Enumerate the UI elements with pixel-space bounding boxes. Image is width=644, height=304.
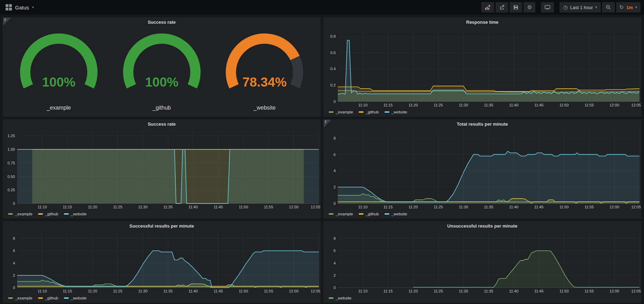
svg-text:11:50: 11:50	[559, 289, 569, 293]
svg-text:11:15: 11:15	[383, 103, 393, 107]
legend-swatch	[329, 213, 334, 215]
svg-text:0.75: 0.75	[8, 161, 15, 165]
series-area-_website	[17, 149, 319, 203]
refresh-group: ↻ 1m ▾	[616, 2, 641, 13]
svg-text:11:50: 11:50	[559, 205, 569, 209]
chart-legend: _example_github_website	[324, 108, 641, 116]
refresh-interval-picker[interactable]: 1m ▾	[626, 5, 637, 10]
legend-item-_example[interactable]: _example	[8, 296, 32, 300]
tv-mode-button[interactable]	[541, 2, 554, 13]
time-series-chart[interactable]: 0246811:1011:1511:2011:2511:3011:3511:40…	[3, 231, 320, 294]
svg-text:11:30: 11:30	[138, 205, 148, 209]
dashboard-title: Gatus	[15, 5, 29, 10]
gauge: 100%_example	[7, 28, 110, 114]
svg-text:11:10: 11:10	[38, 205, 47, 209]
save-button[interactable]	[510, 2, 522, 13]
panel-successful-results: Successful results per minute 0246811:10…	[3, 221, 321, 303]
legend-item-_example[interactable]: _example	[8, 212, 32, 216]
svg-text:0: 0	[13, 286, 15, 290]
chart-legend: _example_github_website	[3, 210, 320, 218]
svg-text:0.8: 0.8	[330, 34, 336, 38]
legend-item-_website[interactable]: _website	[385, 110, 407, 114]
svg-text:0.25: 0.25	[8, 188, 15, 192]
svg-text:11:50: 11:50	[239, 205, 248, 209]
gauge-label: _example	[47, 104, 71, 114]
svg-text:4: 4	[334, 261, 336, 265]
svg-text:11:15: 11:15	[63, 289, 72, 293]
svg-text:11:50: 11:50	[239, 289, 248, 293]
svg-text:11:30: 11:30	[459, 289, 468, 293]
legend-label: _github	[45, 296, 58, 300]
dashboard-picker[interactable]: Gatus ▾	[3, 4, 36, 11]
legend-item-_example[interactable]: _example	[329, 110, 353, 114]
legend-swatch	[385, 213, 389, 215]
svg-text:11:25: 11:25	[434, 289, 443, 293]
zoom-out-button[interactable]	[602, 2, 615, 13]
clock-icon: ◷	[563, 5, 568, 10]
svg-text:0: 0	[334, 99, 336, 104]
legend-item-_github[interactable]: _github	[359, 110, 379, 114]
svg-text:11:30: 11:30	[459, 205, 468, 209]
panel-title[interactable]: Success rate	[3, 18, 320, 27]
legend-item-_website[interactable]: _website	[385, 212, 407, 216]
gauge-row: 100%_example100%_github78.34%_website	[3, 27, 320, 116]
settings-button[interactable]: ⚙	[524, 2, 535, 13]
legend-swatch	[38, 297, 43, 299]
legend-item-_website[interactable]: _website	[329, 296, 351, 300]
svg-text:12:05: 12:05	[631, 103, 641, 107]
legend-label: _github	[366, 212, 379, 216]
panel-info-icon[interactable]: i	[324, 120, 331, 127]
svg-text:0: 0	[13, 201, 15, 206]
navbar: Gatus ▾ ⚙	[0, 0, 644, 15]
legend-item-_website[interactable]: _website	[64, 212, 87, 216]
legend-label: _website	[71, 212, 87, 216]
time-series-chart[interactable]: 00.20.40.60.811:1011:1511:2011:2511:3011…	[324, 27, 641, 108]
legend-swatch	[329, 297, 334, 299]
save-icon	[513, 5, 519, 10]
legend-item-_github[interactable]: _github	[359, 212, 379, 216]
time-picker-button[interactable]: ◷ Last 1 hour ▾	[559, 2, 600, 13]
refresh-icon[interactable]: ↻	[620, 5, 624, 10]
chart-legend: _example_github_website	[324, 210, 641, 218]
gauge: 78.34%_website	[213, 28, 316, 114]
svg-text:11:10: 11:10	[358, 289, 368, 293]
gauge-label: _github	[153, 104, 171, 114]
legend-swatch	[8, 297, 13, 299]
panel-title[interactable]: Success rate	[3, 120, 320, 129]
svg-text:0: 0	[334, 201, 336, 206]
share-button[interactable]	[496, 2, 508, 13]
legend-swatch	[38, 213, 43, 215]
gauge-value: 100%	[145, 75, 178, 89]
svg-text:11:30: 11:30	[459, 103, 468, 107]
svg-text:0.50: 0.50	[8, 175, 15, 179]
panel-title[interactable]: Response time	[324, 18, 641, 27]
legend-label: _example	[15, 212, 32, 216]
legend-item-_example[interactable]: _example	[329, 212, 353, 216]
svg-text:12:05: 12:05	[310, 205, 320, 209]
legend-item-_website[interactable]: _website	[64, 296, 87, 300]
legend-item-_github[interactable]: _github	[38, 296, 58, 300]
svg-text:12:05: 12:05	[310, 289, 320, 293]
panel-title[interactable]: Successful results per minute	[3, 222, 320, 231]
time-series-chart[interactable]: 00.250.500.751.001.2511:1011:1511:2011:2…	[3, 129, 320, 210]
svg-text:12:00: 12:00	[289, 205, 299, 209]
chart-legend: _website	[324, 294, 641, 302]
chevron-down-icon: ▾	[635, 6, 637, 9]
time-series-chart[interactable]: 0246811:1011:1511:2011:2511:3011:3511:40…	[324, 231, 641, 294]
svg-text:11:25: 11:25	[113, 289, 123, 293]
panel-info-icon[interactable]: i	[3, 18, 11, 25]
svg-text:11:15: 11:15	[383, 289, 393, 293]
svg-text:11:35: 11:35	[484, 205, 493, 209]
panel-title[interactable]: Total results per minute	[324, 120, 641, 129]
gauge-value: 100%	[42, 75, 75, 89]
legend-item-_github[interactable]: _github	[38, 212, 58, 216]
series-area-_website	[413, 251, 639, 288]
svg-text:0: 0	[334, 286, 336, 290]
panel-title[interactable]: Unsuccessful results per minute	[324, 222, 641, 231]
series-area-_website	[338, 151, 639, 203]
panel-success-rate-gauges: i Success rate 100%_example100%_github78…	[3, 17, 321, 117]
panel-total-results: i Total results per minute 0246811:1011:…	[323, 119, 641, 218]
time-series-chart[interactable]: 0246811:1011:1511:2011:2511:3011:3511:40…	[324, 129, 641, 210]
add-panel-button[interactable]	[481, 2, 494, 13]
svg-text:4: 4	[13, 261, 15, 265]
